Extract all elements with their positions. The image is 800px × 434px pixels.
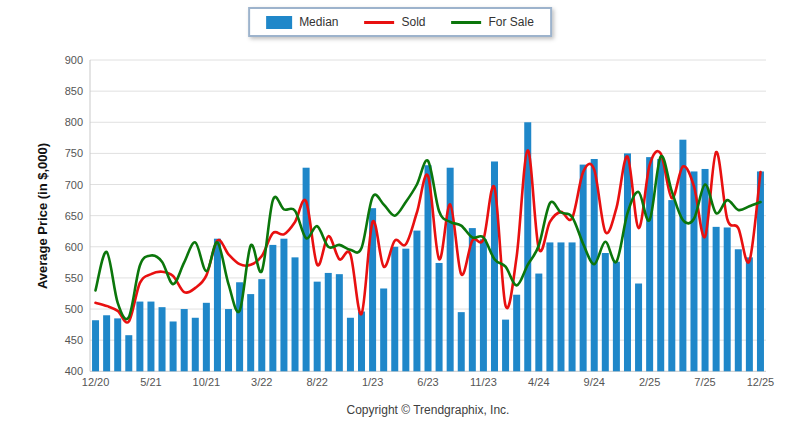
x-tick-label: 4/24 bbox=[528, 376, 549, 388]
bar bbox=[170, 321, 177, 371]
x-tick-label: 1/23 bbox=[362, 376, 383, 388]
bar bbox=[380, 288, 387, 371]
x-tick-label: 11/23 bbox=[470, 376, 497, 388]
bar bbox=[159, 307, 166, 371]
bar bbox=[702, 169, 709, 371]
bar bbox=[613, 262, 620, 372]
bar bbox=[746, 257, 753, 371]
bar bbox=[192, 318, 199, 372]
bar bbox=[325, 273, 332, 371]
bar bbox=[535, 274, 542, 372]
bar bbox=[303, 168, 310, 372]
y-tick-label: 900 bbox=[65, 54, 83, 66]
legend-item-for-sale[interactable]: For Sale bbox=[452, 15, 534, 29]
median-bar-swatch bbox=[266, 16, 292, 29]
bar bbox=[214, 239, 221, 372]
y-tick-label: 500 bbox=[65, 303, 83, 315]
bar bbox=[358, 312, 365, 372]
x-tick-label: 9/24 bbox=[584, 376, 605, 388]
legend: Median Sold For Sale bbox=[248, 7, 552, 37]
x-tick-label: 7/25 bbox=[694, 376, 715, 388]
bar bbox=[557, 242, 564, 371]
y-tick-label: 400 bbox=[65, 365, 83, 377]
bar bbox=[136, 302, 143, 372]
bar bbox=[92, 320, 99, 371]
bar bbox=[502, 320, 509, 372]
bar bbox=[624, 153, 631, 371]
bar bbox=[735, 249, 742, 371]
bar bbox=[413, 231, 420, 372]
bar bbox=[336, 274, 343, 371]
x-tick-label: 12/25 bbox=[747, 376, 775, 388]
bar bbox=[147, 302, 154, 372]
legend-label-sold: Sold bbox=[401, 15, 425, 29]
x-tick-label: 10/21 bbox=[193, 376, 221, 388]
x-tick-label: 8/22 bbox=[306, 376, 327, 388]
bar bbox=[646, 157, 653, 371]
bar bbox=[347, 318, 354, 372]
legend-item-sold[interactable]: Sold bbox=[364, 15, 425, 29]
copyright-text: Copyright © Trendgraphix, Inc. bbox=[90, 403, 766, 417]
y-tick-label: 450 bbox=[65, 334, 83, 346]
bar bbox=[269, 245, 276, 371]
legend-item-median[interactable]: Median bbox=[266, 15, 338, 29]
bar bbox=[402, 249, 409, 372]
y-tick-label: 650 bbox=[65, 210, 83, 222]
x-tick-label: 2/25 bbox=[639, 376, 660, 388]
bar bbox=[546, 242, 553, 371]
bar bbox=[391, 247, 398, 372]
x-tick-label: 3/22 bbox=[251, 376, 272, 388]
bar bbox=[181, 309, 188, 371]
sold-line-swatch bbox=[364, 21, 394, 24]
y-tick-label: 750 bbox=[65, 147, 83, 159]
bar bbox=[513, 295, 520, 372]
bar bbox=[314, 282, 321, 372]
bar bbox=[225, 309, 232, 371]
bar bbox=[258, 279, 265, 371]
bar bbox=[724, 227, 731, 371]
plot-area: 40045050055060065070075080085090012/205/… bbox=[65, 54, 775, 388]
bar bbox=[713, 227, 720, 371]
y-tick-label: 800 bbox=[65, 116, 83, 128]
x-tick-label: 12/20 bbox=[82, 376, 110, 388]
bar bbox=[657, 159, 664, 371]
x-tick-label: 5/21 bbox=[140, 376, 161, 388]
y-tick-label: 850 bbox=[65, 85, 83, 97]
bar bbox=[125, 335, 132, 371]
bar bbox=[203, 303, 210, 371]
bar bbox=[292, 257, 299, 371]
y-tick-label: 700 bbox=[65, 179, 83, 191]
bar bbox=[580, 165, 587, 372]
bar bbox=[602, 253, 609, 371]
y-axis-title: Average Price (in $,000) bbox=[35, 143, 50, 289]
bar bbox=[447, 168, 454, 372]
bar bbox=[480, 239, 487, 371]
price-trend-chart: Average Price (in $,000) 400450500550600… bbox=[0, 0, 800, 434]
for-sale-line-swatch bbox=[452, 21, 482, 24]
bar bbox=[247, 294, 254, 371]
bar bbox=[668, 200, 675, 371]
bar bbox=[280, 239, 287, 372]
bar bbox=[458, 312, 465, 371]
bar bbox=[114, 318, 121, 371]
bar bbox=[103, 315, 110, 371]
bar bbox=[436, 263, 443, 371]
legend-label-median: Median bbox=[299, 15, 338, 29]
bar bbox=[635, 284, 642, 372]
y-tick-label: 600 bbox=[65, 241, 83, 253]
y-tick-label: 550 bbox=[65, 272, 83, 284]
bar bbox=[569, 242, 576, 371]
x-tick-label: 6/23 bbox=[417, 376, 438, 388]
chart-canvas: Average Price (in $,000) 400450500550600… bbox=[0, 0, 800, 434]
legend-label-for-sale: For Sale bbox=[489, 15, 534, 29]
